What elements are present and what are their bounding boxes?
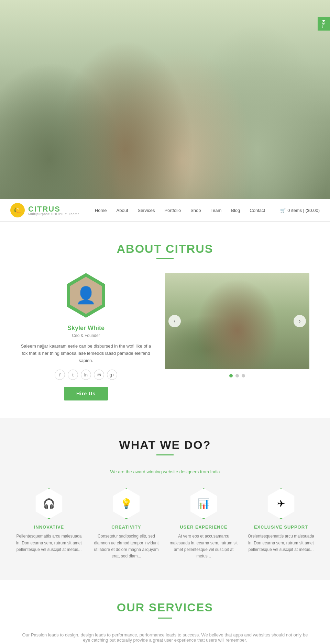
slide-next-button[interactable]: ›: [294, 315, 306, 327]
social-icons: f t in ✉ g+: [21, 370, 151, 380]
nav-item-home[interactable]: Home: [95, 208, 107, 213]
slideshow: ‹ ›: [165, 273, 309, 369]
social-linkedin[interactable]: in: [81, 370, 91, 380]
our-services-title: OUR SERVICES: [21, 601, 309, 619]
our-services-subtitle: Our Passion leads to design, design lead…: [21, 632, 309, 643]
logo[interactable]: 🍋 CITRUS Multipurpose SHOPIFY Theme: [10, 203, 80, 217]
nav-item-portfolio[interactable]: Portfolio: [164, 208, 181, 213]
our-services-title-colored: SERVICES: [149, 601, 213, 614]
person-title: Ceo & Founder: [21, 333, 151, 338]
what-title-text: WHAT WE DO?: [14, 438, 316, 452]
nav-item-about[interactable]: About: [117, 208, 128, 213]
our-services-section: OUR SERVICES Our Passion leads to design…: [0, 580, 330, 644]
logo-circle: 🍋: [10, 203, 25, 217]
service-ux-title: USER EXPERIENCE: [169, 524, 238, 530]
service-support-title: EXCLUSIVE SUPPORT: [247, 524, 316, 530]
cart-info[interactable]: 🛒 0 items | ($0.00): [280, 208, 320, 213]
person-bio: Saleem najjar kaasram eerie can be disbu…: [21, 343, 151, 364]
cart-icon: 🛒: [280, 208, 286, 213]
social-twitter[interactable]: t: [68, 370, 78, 380]
social-facebook[interactable]: f: [55, 370, 65, 380]
nav-item-services[interactable]: Services: [138, 208, 155, 213]
slide-prev-button[interactable]: ‹: [168, 315, 181, 327]
cart-label: 0 items | ($0.00): [287, 208, 320, 213]
avatar-container: 👤: [64, 273, 108, 318]
about-title: ABOUT CITRUS: [21, 242, 309, 259]
avatar-image: 👤: [67, 277, 104, 314]
slide-dots: [165, 374, 309, 377]
title-underline: [156, 258, 174, 259]
about-title-colored: CITRUS: [166, 242, 213, 255]
what-subtitle: We are the award winning website designe…: [14, 469, 316, 474]
service-support-desc: Orelentesquemattis arcu malesuada in. Do…: [247, 533, 316, 553]
slideshow-image: [165, 273, 309, 369]
about-left: 👤 Skyler White Ceo & Founder Saleem najj…: [21, 273, 151, 400]
service-innovative-desc: Pellentesquemattis arcu malesuada in. Do…: [15, 533, 84, 553]
our-services-divider: [158, 618, 172, 619]
hero-section: Re...: [0, 0, 330, 199]
dot-2[interactable]: [235, 374, 239, 377]
service-support: ✈ EXCLUSIVE SUPPORT Orelentesquemattis a…: [247, 488, 316, 560]
service-support-icon: ✈: [266, 488, 297, 519]
dot-1[interactable]: [229, 374, 233, 377]
social-googleplus[interactable]: g+: [107, 370, 117, 380]
service-innovative-title: INNOVATIVE: [15, 524, 84, 530]
avatar-hex: 👤: [64, 273, 108, 318]
service-innovative: 🎧 INNOVATIVE Pellentesquemattis arcu mal…: [15, 488, 84, 560]
service-innovative-icon: 🎧: [34, 488, 65, 519]
about-right: ‹ ›: [165, 273, 309, 377]
service-ux: 📊 USER EXPERIENCE At vero eos et accusam…: [169, 488, 238, 560]
service-creativity-icon: 💡: [111, 488, 142, 519]
nav-item-shop[interactable]: Shop: [190, 208, 201, 213]
about-section: ABOUT CITRUS 👤 Skyler White Ceo & Founde…: [0, 222, 330, 418]
social-email[interactable]: ✉: [94, 370, 104, 380]
about-title-normal: ABOUT: [117, 242, 162, 255]
person-name: Skyler White: [21, 325, 151, 332]
services-grid: 🎧 INNOVATIVE Pellentesquemattis arcu mal…: [14, 488, 316, 560]
what-title-underline: [156, 454, 174, 455]
dot-3[interactable]: [242, 374, 245, 377]
our-services-title-normal: OUR: [117, 601, 145, 614]
nav-item-contact[interactable]: Contact: [250, 208, 265, 213]
service-ux-desc: At vero eos et accusamarcu malesuada in.…: [169, 533, 238, 560]
service-ux-icon: 📊: [188, 488, 219, 519]
about-content: 👤 Skyler White Ceo & Founder Saleem najj…: [21, 273, 309, 400]
logo-subtitle: Multipurpose SHOPIFY Theme: [28, 212, 80, 216]
hire-us-button[interactable]: Hire Us: [64, 387, 108, 400]
service-creativity-desc: Consetetur sadipscing elitr, sed diamnon…: [92, 533, 161, 560]
nav-item-blog[interactable]: Blog: [231, 208, 240, 213]
what-we-do-title: WHAT WE DO?: [14, 438, 316, 455]
service-creativity: 💡 CREATIVITY Consetetur sadipscing elitr…: [92, 488, 161, 560]
navbar: 🍋 CITRUS Multipurpose SHOPIFY Theme Home…: [0, 199, 330, 222]
what-we-do-section: WHAT WE DO? We are the award winning web…: [0, 418, 330, 580]
hero-badge: Re...: [318, 17, 330, 31]
nav-links: Home About Services Portfolio Shop Team …: [95, 207, 265, 213]
nav-item-team[interactable]: Team: [211, 208, 222, 213]
service-creativity-title: CREATIVITY: [92, 524, 161, 530]
